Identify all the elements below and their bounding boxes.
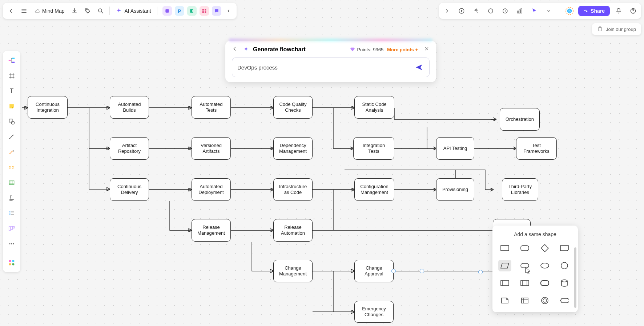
svg-point-73 xyxy=(542,297,548,304)
shape-internal-storage[interactable] xyxy=(518,295,531,306)
node-provisioning[interactable]: Provisioning xyxy=(436,178,474,201)
svg-point-62 xyxy=(561,262,568,269)
node-orchestration[interactable]: Orchestration xyxy=(500,108,540,131)
node-versioned-artifacts[interactable]: Versioned Artifacts xyxy=(192,137,231,160)
node-static-code-analysis[interactable]: Static Code Analysis xyxy=(354,96,394,119)
node-automated-tests[interactable]: Automated Tests xyxy=(192,96,231,119)
shape-grid xyxy=(498,242,572,306)
svg-rect-60 xyxy=(521,263,529,268)
node-automated-deployment[interactable]: Automated Deployment xyxy=(192,178,231,201)
shape-circle[interactable] xyxy=(558,260,571,271)
svg-point-69 xyxy=(562,280,567,282)
svg-point-61 xyxy=(541,263,549,268)
shape-note[interactable] xyxy=(498,295,511,306)
shape-parallelogram[interactable] xyxy=(498,260,511,271)
node-release-automation[interactable]: Release Automation xyxy=(273,219,313,242)
node-release-management[interactable]: Release Management xyxy=(192,219,231,242)
shape-double-circle[interactable] xyxy=(538,295,551,306)
shape-predefined-process[interactable] xyxy=(498,277,511,289)
svg-rect-65 xyxy=(521,281,529,286)
node-automated-builds[interactable]: Automated Builds xyxy=(110,96,149,119)
shape-rounded-rectangle[interactable] xyxy=(518,242,531,254)
shape-picker-panel: Add a same shape xyxy=(492,226,578,312)
svg-rect-70 xyxy=(522,298,528,303)
connector-handle-mid1[interactable] xyxy=(420,269,424,273)
shape-card[interactable] xyxy=(558,242,571,254)
node-third-party-libs[interactable]: Third-Party Libraries xyxy=(502,178,538,201)
node-emergency-changes[interactable]: Emergency Changes xyxy=(354,301,394,323)
shape-ellipse[interactable] xyxy=(538,260,551,271)
shape-rectangle[interactable] xyxy=(498,242,511,254)
shape-diamond[interactable] xyxy=(538,242,551,254)
svg-rect-59 xyxy=(521,246,529,251)
shape-capsule[interactable] xyxy=(518,260,531,271)
node-continuous-delivery[interactable]: Continuous Delivery xyxy=(110,178,149,201)
svg-point-74 xyxy=(543,299,547,302)
node-integration-tests[interactable]: Integration Tests xyxy=(353,137,394,160)
node-continuous-integration[interactable]: Continuous Integration xyxy=(28,96,68,119)
shape-display[interactable] xyxy=(558,295,571,306)
node-artifact-repository[interactable]: Artifact Repository xyxy=(110,137,149,160)
svg-rect-68 xyxy=(541,281,549,286)
connector-handle-mid2[interactable] xyxy=(478,270,483,274)
node-config-management[interactable]: Configuration Management xyxy=(354,178,394,201)
shape-picker-scrollbar[interactable] xyxy=(574,247,576,308)
node-change-approval[interactable]: Change Approval xyxy=(354,260,394,282)
shape-picker-title: Add a same shape xyxy=(498,231,572,237)
node-test-frameworks[interactable]: Test Frameworks xyxy=(516,137,557,160)
shape-rounded-bold[interactable] xyxy=(538,277,551,289)
node-iac[interactable]: Infrastructure as Code xyxy=(273,178,313,201)
shape-predefined-process-double[interactable] xyxy=(518,277,531,289)
node-code-quality-checks[interactable]: Code Quality Checks xyxy=(273,96,313,119)
node-change-management[interactable]: Change Management xyxy=(273,260,313,282)
connector-handle-start[interactable] xyxy=(391,269,396,273)
node-dependency-management[interactable]: Dependency Management xyxy=(273,137,313,160)
svg-rect-58 xyxy=(501,246,509,251)
svg-rect-63 xyxy=(501,281,509,286)
node-api-testing[interactable]: API Testing xyxy=(436,137,474,160)
shape-database[interactable] xyxy=(558,277,571,289)
